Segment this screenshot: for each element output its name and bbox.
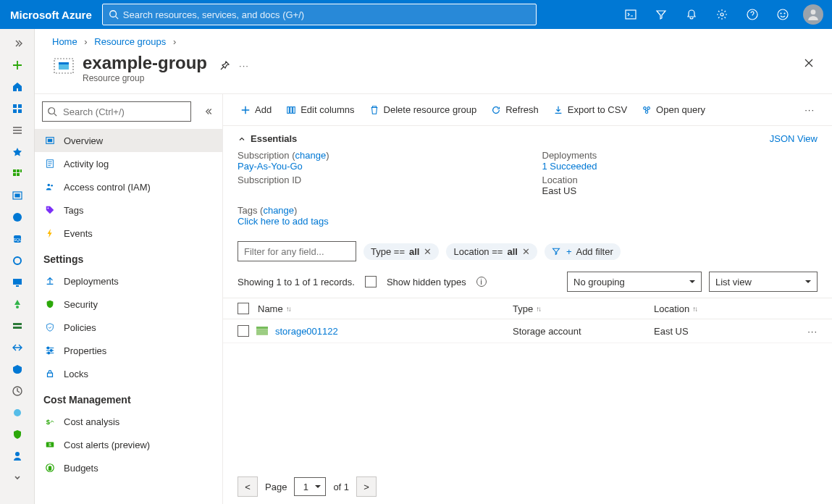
grouping-select[interactable]: No grouping — [567, 272, 702, 292]
nav-all-resources-icon[interactable] — [3, 164, 32, 184]
sidebar-item-events[interactable]: Events — [35, 222, 222, 245]
cloud-shell-icon[interactable] — [616, 0, 645, 29]
row-more-icon[interactable]: ··· — [807, 326, 818, 337]
refresh-button[interactable]: Refresh — [485, 101, 545, 118]
nav-monitor-icon[interactable] — [3, 381, 32, 401]
svg-rect-25 — [16, 285, 19, 287]
nav-vm-icon[interactable] — [3, 272, 32, 293]
filter-pill-type[interactable]: Type == all✕ — [364, 243, 439, 260]
nav-expand-icon[interactable] — [3, 33, 32, 54]
help-icon[interactable] — [738, 0, 767, 29]
tags-label: Tags ( — [238, 205, 263, 216]
select-all-checkbox[interactable] — [238, 303, 249, 314]
sidebar-item-deployments[interactable]: Deployments — [35, 269, 222, 293]
nav-advisor-icon[interactable] — [3, 403, 32, 423]
sidebar-item-label: Properties — [64, 345, 106, 356]
nav-more-icon[interactable] — [3, 468, 32, 488]
account-avatar[interactable] — [799, 0, 828, 29]
delete-button[interactable]: Delete resource group — [364, 101, 483, 118]
refresh-label: Refresh — [505, 104, 539, 115]
row-checkbox[interactable] — [238, 325, 249, 337]
nav-security-center-icon[interactable] — [3, 424, 32, 445]
deployments-icon — [45, 276, 55, 286]
sidebar-item-iam[interactable]: Access control (IAM) — [35, 175, 222, 198]
view-select[interactable]: List view — [709, 272, 818, 292]
pager-page-value: 1 — [303, 482, 308, 492]
nav-network-icon[interactable] — [3, 337, 32, 358]
table-row[interactable]: storage001122 Storage account East US ··… — [223, 319, 832, 343]
close-icon[interactable] — [803, 57, 815, 69]
close-icon[interactable]: ✕ — [522, 246, 530, 257]
sort-icon: ↑↓ — [692, 305, 697, 313]
toolbar-more-button[interactable]: ··· — [799, 101, 820, 118]
add-tags-link[interactable]: Click here to add tags — [238, 216, 818, 227]
nav-app-services-icon[interactable] — [3, 207, 32, 227]
chevron-right-icon: › — [84, 36, 87, 47]
sidebar-item-locks[interactable]: Locks — [35, 362, 222, 385]
nav-resource-groups-icon[interactable] — [3, 185, 32, 206]
svg-rect-62 — [256, 334, 268, 335]
breadcrumb-resource-groups[interactable]: Resource groups — [94, 36, 166, 47]
directory-filter-icon[interactable] — [647, 0, 676, 29]
info-icon[interactable]: i — [476, 277, 487, 287]
nav-storage-icon[interactable] — [3, 316, 32, 336]
sidebar-item-properties[interactable]: Properties — [35, 339, 222, 362]
svg-text:$: $ — [46, 418, 51, 426]
nav-cost-icon[interactable] — [3, 446, 32, 466]
pager-page-select[interactable]: 1 — [294, 477, 326, 496]
sidebar-item-policies[interactable]: Policies — [35, 316, 222, 339]
sidebar-item-budgets[interactable]: $Budgets — [35, 456, 222, 479]
global-search-input[interactable] — [123, 9, 530, 20]
nav-sql-icon[interactable]: SQL — [3, 229, 32, 249]
nav-favorites-icon[interactable] — [3, 142, 32, 162]
sidebar-item-security[interactable]: Security — [35, 293, 222, 316]
filter-input[interactable] — [238, 241, 356, 261]
resource-name[interactable]: storage001122 — [275, 326, 338, 337]
nav-load-balancer-icon[interactable] — [3, 294, 32, 314]
nav-service-1-icon[interactable] — [3, 251, 32, 271]
deployments-value[interactable]: 1 Succeeded — [542, 161, 818, 172]
global-search[interactable] — [102, 4, 537, 25]
sidebar-item-activity-log[interactable]: Activity log — [35, 152, 222, 175]
feedback-icon[interactable] — [768, 0, 797, 29]
notifications-icon[interactable] — [677, 0, 706, 29]
column-location[interactable]: Location↑↓ — [654, 303, 818, 314]
essentials-toggle[interactable]: Essentials JSON View — [238, 133, 818, 144]
nav-create-icon[interactable] — [3, 55, 32, 75]
tags-change-link[interactable]: change — [263, 205, 294, 216]
add-button[interactable]: Add — [235, 101, 277, 118]
sidebar-item-tags[interactable]: Tags — [35, 198, 222, 222]
subscription-change-link[interactable]: change — [295, 150, 326, 161]
nav-aad-icon[interactable] — [3, 359, 32, 379]
close-icon[interactable]: ✕ — [424, 246, 432, 257]
nav-home-icon[interactable] — [3, 77, 32, 97]
svg-line-1 — [115, 17, 118, 20]
pager-prev-button[interactable]: < — [238, 476, 258, 497]
sidebar-item-cost-analysis[interactable]: $Cost analysis — [35, 410, 222, 433]
subscription-label: Subscription ( — [238, 150, 295, 161]
pager-next-button[interactable]: > — [356, 476, 377, 497]
add-filter-button[interactable]: +Add filter — [545, 243, 621, 260]
column-name[interactable]: Name↑↓ — [258, 303, 290, 314]
nav-all-services-icon[interactable] — [3, 120, 32, 140]
more-icon[interactable]: ··· — [239, 60, 249, 71]
subscription-value[interactable]: Pay-As-You-Go — [238, 161, 513, 172]
collapse-sidebar-icon[interactable] — [205, 106, 215, 117]
status-row: Showing 1 to 1 of 1 records. Show hidden… — [223, 266, 832, 298]
filter-pill-location[interactable]: Location == all✕ — [446, 243, 537, 260]
open-query-button[interactable]: Open query — [636, 101, 711, 118]
column-type[interactable]: Type↑↓ — [513, 303, 654, 314]
sidebar-search-input[interactable] — [42, 101, 191, 122]
settings-icon[interactable] — [707, 0, 736, 29]
sidebar-item-cost-alerts[interactable]: $Cost alerts (preview) — [35, 433, 222, 456]
trash-icon — [369, 105, 379, 115]
nav-dashboard-icon[interactable] — [3, 98, 32, 119]
edit-columns-button[interactable]: Edit columns — [280, 101, 360, 118]
breadcrumb-home[interactable]: Home — [52, 36, 77, 47]
svg-rect-38 — [48, 139, 51, 142]
export-csv-button[interactable]: Export to CSV — [547, 101, 633, 118]
show-hidden-checkbox[interactable] — [365, 276, 377, 287]
sidebar-item-overview[interactable]: Overview — [35, 129, 222, 152]
json-view-link[interactable]: JSON View — [770, 133, 818, 144]
pin-icon[interactable] — [219, 60, 230, 72]
